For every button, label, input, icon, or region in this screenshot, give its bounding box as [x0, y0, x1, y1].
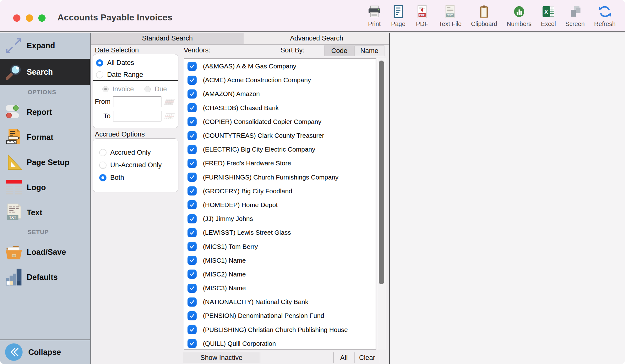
radio-all-dates[interactable] — [96, 59, 103, 67]
toolbar-button-page[interactable]: Page — [391, 4, 405, 28]
set-square-icon — [4, 153, 24, 172]
clipboard-icon — [477, 4, 491, 19]
sidebar-item-defaults[interactable]: Defaults — [0, 265, 90, 290]
toolbar-button-label: Excel — [541, 20, 556, 28]
vendor-checkbox[interactable] — [188, 214, 197, 223]
vendor-label: (CHASEDB) Chased Bank — [203, 104, 279, 112]
vendor-scrollbar[interactable] — [377, 58, 386, 350]
radio-accrued-only[interactable] — [99, 149, 106, 156]
sidebar-item-label: Text — [27, 208, 42, 217]
radio-label: Accrued Only — [110, 149, 151, 157]
select-all-button[interactable]: All — [334, 352, 354, 363]
sidebar-item-text[interactable]: TXTText — [0, 200, 90, 225]
radio-both[interactable] — [99, 174, 106, 181]
calendar-picker-icon[interactable] — [164, 98, 175, 106]
clear-button[interactable]: Clear — [355, 352, 380, 363]
txt-file-icon: TXT — [4, 203, 24, 222]
vendor-row: (MISC3) Name — [184, 281, 376, 295]
vendor-row: (COPIER) Consolidated Copier Company — [184, 115, 376, 129]
vendor-checkbox[interactable] — [188, 256, 197, 265]
divider — [93, 80, 178, 81]
from-date-input[interactable] — [113, 96, 161, 107]
vendor-checkbox[interactable] — [188, 131, 197, 140]
sidebar-item-label: Format — [27, 133, 53, 142]
vendor-list: (A&MGAS) A & M Gas Company(ACME) Acme Co… — [184, 58, 376, 350]
divider — [380, 352, 380, 363]
vendor-label: (FURNISHINGS) Church Furnishings Company — [203, 174, 339, 181]
toolbar-button-numbers[interactable]: Numbers — [507, 4, 531, 28]
radio-option-un-accrued-only: Un-Accrued Only — [99, 159, 176, 171]
vendor-checkbox[interactable] — [188, 325, 197, 334]
toolbar-button-label: Refresh — [594, 20, 616, 28]
vendor-checkbox[interactable] — [188, 186, 197, 195]
sort-by-name-button[interactable]: Name — [354, 46, 384, 56]
sidebar-item-page-setup[interactable]: Page Setup — [0, 150, 90, 175]
vendor-row: (NATIONALCITY) National City Bank — [184, 295, 376, 309]
toolbar-button-text-file[interactable]: TXTText File — [439, 4, 462, 28]
vendor-label: (LEWISST) Lewis Street Glass — [203, 229, 291, 236]
vendor-row: (ACME) Acme Construction Company — [184, 73, 376, 87]
zoom-button[interactable] — [38, 14, 46, 22]
vendor-checkbox[interactable] — [188, 311, 197, 320]
toolbar-button-pdf[interactable]: PDFPDF — [415, 4, 429, 28]
vendor-checkbox[interactable] — [188, 76, 197, 85]
tab-advanced-search[interactable]: Advanced Search — [244, 33, 389, 44]
sidebar-item-expand[interactable]: Expand — [0, 33, 90, 59]
radio-option-due: Due — [144, 84, 167, 94]
vendor-row: (QUILL) Quill Corporation — [184, 337, 376, 350]
sidebar-item-format[interactable]: Format — [0, 125, 90, 150]
toolbar-button-excel[interactable]: XExcel — [541, 4, 556, 28]
toolbar-button-screen[interactable]: Screen — [565, 4, 585, 28]
search-panel: Standard Search Advanced Search Date Sel… — [91, 33, 389, 364]
sidebar-item-search[interactable]: Search — [0, 59, 90, 85]
sidebar-item-label: Search — [27, 67, 53, 77]
radio-label: Due — [155, 85, 167, 93]
refresh-icon — [598, 4, 612, 19]
show-inactive-button[interactable]: Show Inactive — [183, 352, 260, 363]
vendor-checkbox[interactable] — [188, 117, 197, 126]
toolbar-button-print[interactable]: Print — [367, 4, 382, 28]
expand-arrows-icon — [4, 36, 24, 56]
vendor-checkbox[interactable] — [188, 173, 197, 182]
scrollbar-thumb[interactable] — [379, 61, 384, 284]
vendor-checkbox[interactable] — [188, 339, 197, 348]
tab-standard-search[interactable]: Standard Search — [91, 33, 244, 44]
vendor-checkbox[interactable] — [188, 103, 197, 112]
vendor-checkbox[interactable] — [188, 284, 197, 293]
radio-date-range[interactable] — [96, 71, 103, 78]
toolbar-button-label: Screen — [565, 20, 585, 28]
date-selection-box: All DatesDate Range InvoiceDue From To — [93, 54, 178, 128]
vendor-label: (MICS1) Tom Berry — [203, 243, 258, 250]
calendar-picker-icon[interactable] — [164, 112, 175, 121]
vendor-row: (PENSION) Denominational Pension Fund — [184, 309, 376, 323]
vendor-label: (MISC2) Name — [203, 270, 246, 278]
radio-option-invoice: Invoice — [102, 84, 134, 94]
toolbar-button-clipboard[interactable]: Clipboard — [471, 4, 497, 28]
vendor-checkbox[interactable] — [188, 200, 197, 209]
radio-option-date-range: Date Range — [96, 69, 176, 81]
sidebar-item-collapse[interactable]: Collapse — [0, 340, 90, 364]
vendor-checkbox[interactable] — [188, 242, 197, 251]
vendor-checkbox[interactable] — [188, 228, 197, 237]
vendor-checkbox[interactable] — [188, 297, 197, 307]
radio-un-accrued-only[interactable] — [99, 162, 106, 169]
minimize-button[interactable] — [26, 14, 33, 22]
vendor-checkbox[interactable] — [188, 89, 197, 99]
toolbar-button-refresh[interactable]: Refresh — [594, 4, 616, 28]
sidebar-item-load-save[interactable]: Load/Save — [0, 239, 90, 265]
close-button[interactable] — [13, 14, 20, 22]
to-date-input[interactable] — [113, 111, 161, 121]
vendor-label: (PENSION) Denominational Pension Fund — [203, 312, 324, 319]
toolbar-button-label: Numbers — [507, 20, 531, 28]
vendor-checkbox[interactable] — [188, 159, 197, 168]
sidebar-item-logo[interactable]: Logo — [0, 175, 90, 200]
sidebar-item-report[interactable]: Report — [0, 99, 90, 125]
vendor-checkbox[interactable] — [188, 270, 197, 279]
sidebar-item-label: Report — [27, 108, 52, 117]
vendor-checkbox[interactable] — [188, 62, 197, 71]
svg-text:TXT: TXT — [9, 215, 17, 220]
vendor-checkbox[interactable] — [188, 145, 197, 154]
pdf-file-icon: PDF — [415, 4, 429, 19]
vendor-label: (QUILL) Quill Corporation — [203, 340, 276, 347]
sort-by-code-button[interactable]: Code — [324, 46, 354, 56]
